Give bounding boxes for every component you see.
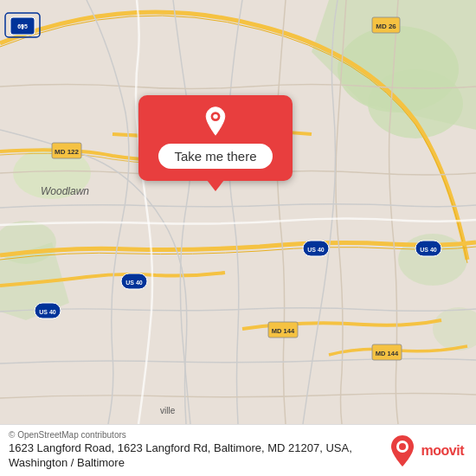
svg-text:US 40: US 40 xyxy=(307,247,325,253)
bottom-bar: © OpenStreetMap contributors 1623 Langfo… xyxy=(0,424,476,476)
map-container: I 695 MD 122 MD 12 MD 26 US 40 US 40 US … xyxy=(0,0,476,424)
svg-text:MD 26: MD 26 xyxy=(376,23,396,30)
svg-text:Woodlawn: Woodlawn xyxy=(41,185,89,197)
popup-card: Take me there xyxy=(138,95,293,181)
svg-text:MD 144: MD 144 xyxy=(376,350,399,357)
svg-text:US 40: US 40 xyxy=(420,247,437,253)
svg-text:US 40: US 40 xyxy=(39,309,56,315)
address-text: 1623 Langford Road, 1623 Langford Rd, Ba… xyxy=(9,441,389,471)
copyright-text: © OpenStreetMap contributors xyxy=(9,430,389,440)
svg-text:MD 122: MD 122 xyxy=(55,148,80,156)
svg-text:MD 144: MD 144 xyxy=(272,327,295,335)
location-pin-icon xyxy=(200,106,231,137)
moovit-pin-icon xyxy=(389,434,416,467)
svg-point-34 xyxy=(213,114,217,119)
svg-text:ville: ville xyxy=(160,406,176,415)
moovit-brand-label: moovit xyxy=(421,443,464,459)
moovit-logo: moovit xyxy=(389,434,464,467)
take-me-there-button[interactable]: Take me there xyxy=(158,144,272,169)
svg-point-36 xyxy=(399,443,406,450)
svg-text:US 40: US 40 xyxy=(125,280,143,286)
svg-text:695: 695 xyxy=(17,23,28,29)
bottom-left: © OpenStreetMap contributors 1623 Langfo… xyxy=(9,430,389,471)
